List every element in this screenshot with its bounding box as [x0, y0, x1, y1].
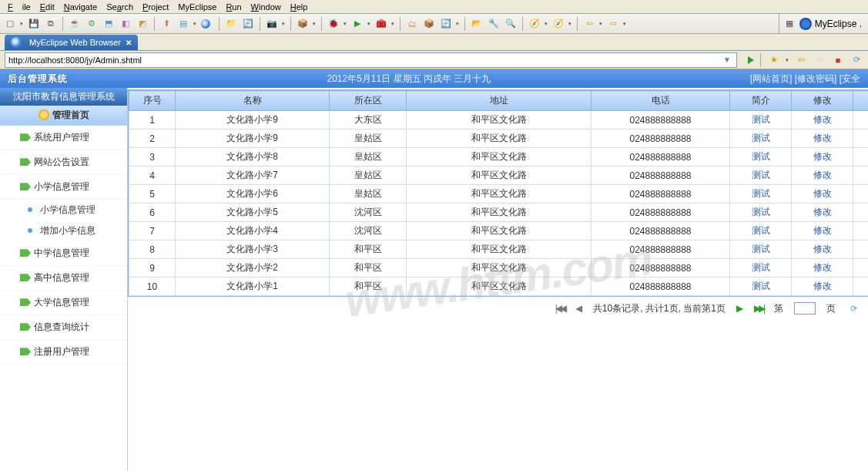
dd-icon[interactable]: ▾ [280, 17, 286, 31]
cell-intro[interactable]: 测试 [730, 185, 792, 204]
sidebar-item-college[interactable]: 大学信息管理 [0, 291, 127, 315]
cell-edit[interactable]: 修改 [792, 185, 853, 204]
cell-edit[interactable]: 修改 [792, 111, 853, 130]
box-icon[interactable]: 📦 [296, 17, 310, 31]
cell-intro[interactable]: 测试 [730, 111, 792, 130]
cell-edit[interactable]: 修改 [792, 148, 853, 167]
link-logout[interactable]: [安全 [840, 73, 860, 84]
stop-icon[interactable]: ■ [831, 53, 845, 67]
dd-icon[interactable]: ▾ [390, 17, 395, 31]
sidebar-item-high[interactable]: 高中信息管理 [0, 266, 127, 291]
refresh-globe-icon[interactable]: 🔄 [241, 17, 255, 31]
perspective-switcher[interactable]: ▦ MyEclipse . [779, 14, 865, 33]
cell-edit[interactable]: 修改 [792, 204, 853, 222]
dd-icon[interactable]: ▾ [622, 17, 627, 31]
nav2-icon[interactable]: 🧭 [551, 17, 565, 31]
sidebar-sub-primary-info[interactable]: 小学信息管理 [0, 200, 127, 220]
pager-last[interactable] [754, 303, 763, 314]
cell-del[interactable]: 删除 [853, 185, 869, 204]
sidebar-home[interactable]: 管理首页 [0, 106, 127, 126]
close-icon[interactable]: ✕ [126, 39, 132, 47]
nav-back-icon[interactable]: ⇦ [794, 53, 808, 67]
menu-search[interactable]: Search [102, 2, 138, 12]
debug-icon[interactable]: 🐞 [327, 17, 340, 31]
cell-edit[interactable]: 修改 [792, 259, 853, 278]
menu-window[interactable]: Window [246, 2, 286, 12]
camera-icon[interactable]: 📷 [265, 17, 279, 31]
pager-page-input[interactable] [794, 302, 816, 315]
dd-icon[interactable]: ▾ [342, 17, 347, 31]
save-icon[interactable]: 💾 [27, 17, 41, 31]
nav-fwd-icon[interactable]: ⇨ [813, 53, 826, 67]
sidebar-item-notice[interactable]: 网站公告设置 [0, 150, 127, 175]
back-icon[interactable]: ⇦ [582, 17, 596, 31]
cell-intro[interactable]: 测试 [730, 130, 792, 148]
sidebar-sub-primary-add[interactable]: 增加小学信息 [0, 220, 127, 241]
run-icon[interactable]: ▶ [350, 17, 364, 31]
server-icon[interactable]: ▤ [176, 17, 190, 31]
deploy-icon[interactable]: ⬆ [159, 17, 173, 31]
reload-icon[interactable]: ⟳ [850, 53, 863, 67]
cell-intro[interactable]: 测试 [730, 204, 792, 222]
url-dropdown-icon[interactable]: ▼ [723, 56, 731, 64]
dd-icon[interactable]: ▾ [366, 17, 371, 31]
fwd-icon[interactable]: ⇨ [606, 17, 620, 31]
cell-edit[interactable]: 修改 [792, 130, 853, 148]
menu-project[interactable]: Project [138, 2, 173, 12]
tool-icon[interactable]: ◧ [119, 17, 132, 31]
nav-icon[interactable]: 🧭 [528, 17, 541, 31]
grp-icon[interactable]: 🔧 [487, 17, 501, 31]
globe-icon[interactable] [200, 17, 214, 31]
pkg-icon[interactable]: 📦 [422, 17, 436, 31]
cell-intro[interactable]: 测试 [730, 167, 792, 185]
persp-icon[interactable]: ▦ [783, 17, 796, 31]
tool-icon[interactable]: ⬒ [102, 17, 116, 31]
fav-icon[interactable]: ★ [767, 53, 781, 67]
new-icon[interactable]: ▢ [3, 17, 17, 31]
tool-icon[interactable]: ☕ [68, 17, 82, 31]
cell-intro[interactable]: 测试 [730, 259, 792, 278]
pager-go-icon[interactable]: ⟳ [846, 301, 860, 315]
pager-next[interactable] [736, 303, 743, 314]
cell-del[interactable]: 删除 [853, 278, 869, 296]
menu-myeclipse[interactable]: MyEclipse [173, 2, 221, 12]
cell-edit[interactable]: 修改 [792, 167, 853, 185]
cell-del[interactable]: 删除 [853, 111, 869, 130]
sidebar-item-middle[interactable]: 中学信息管理 [0, 241, 127, 266]
sidebar-item-primary[interactable]: 小学信息管理 [0, 175, 127, 200]
sidebar-item-register[interactable]: 注册用户管理 [0, 340, 127, 365]
cell-del[interactable]: 删除 [853, 204, 869, 222]
tool-icon[interactable]: ⚙ [85, 17, 99, 31]
cell-edit[interactable]: 修改 [792, 278, 853, 296]
dd-icon[interactable]: ▾ [543, 17, 548, 31]
cell-intro[interactable]: 测试 [730, 241, 792, 259]
link-password[interactable]: [修改密码] [795, 73, 837, 84]
menu-run[interactable]: Run [221, 2, 246, 12]
cell-del[interactable]: 删除 [853, 259, 869, 278]
cell-del[interactable]: 删除 [853, 148, 869, 167]
url-input[interactable] [5, 52, 737, 68]
dd-icon[interactable]: ▾ [784, 53, 789, 67]
cell-del[interactable]: 删除 [853, 241, 869, 259]
dd-icon[interactable]: ▾ [192, 17, 197, 31]
sidebar-item-users[interactable]: 系统用户管理 [0, 126, 127, 150]
dd-icon[interactable]: ▾ [598, 17, 603, 31]
dd-icon[interactable]: ▾ [454, 17, 460, 31]
cell-del[interactable]: 删除 [853, 167, 869, 185]
cell-edit[interactable]: 修改 [792, 222, 853, 241]
sync-icon[interactable]: 🔄 [439, 17, 453, 31]
cell-intro[interactable]: 测试 [730, 148, 792, 167]
cell-intro[interactable]: 测试 [730, 278, 792, 296]
proj-icon[interactable]: 🗂 [405, 17, 419, 31]
cell-del[interactable]: 删除 [853, 130, 869, 148]
cell-del[interactable]: 删除 [853, 222, 869, 241]
ext-icon[interactable]: 🧰 [374, 17, 388, 31]
menu-file[interactable]: File [3, 2, 35, 12]
menu-help[interactable]: Help [286, 2, 313, 12]
browser-tab[interactable]: MyEclipse Web Browser ✕ [5, 35, 138, 50]
menu-navigate[interactable]: Navigate [59, 2, 102, 12]
link-home[interactable]: [网站首页] [750, 73, 793, 84]
cell-edit[interactable]: 修改 [792, 241, 853, 259]
menu-edit[interactable]: Edit [35, 2, 59, 12]
pager-prev[interactable] [575, 303, 582, 314]
